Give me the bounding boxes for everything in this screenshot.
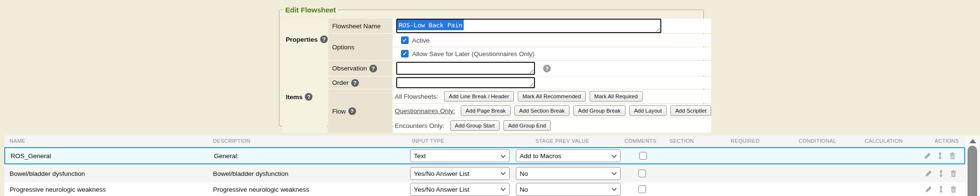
- flowsheet-name-value: ROS-Low Back Pain: [397, 20, 464, 30]
- input-type-select[interactable]: Yes/No Answer List: [410, 183, 510, 196]
- options-label: Options: [328, 34, 392, 60]
- active-checkbox-label: Active: [412, 37, 430, 44]
- column-header-calculation: CALCULATION: [865, 138, 903, 144]
- page: Edit Flowsheet Properties ? Items ? Flow…: [0, 0, 980, 196]
- chevron-down-icon: [612, 154, 617, 158]
- edit-pencil-icon[interactable]: [924, 169, 933, 177]
- chevron-down-icon: [501, 172, 506, 175]
- mark-all-recommended-button[interactable]: Mark All Recommended: [518, 91, 586, 102]
- scroll-up-arrow-icon[interactable]: [969, 139, 976, 143]
- comments-checkbox[interactable]: [638, 170, 646, 177]
- table-row[interactable]: ROS_General General: Text Add to Macros: [4, 147, 965, 164]
- table-header-row: NAME DESCRIPTION INPUT TYPE STAGE PREV V…: [4, 136, 965, 147]
- item-name: ROS_General: [11, 152, 51, 160]
- add-scriptlet-button[interactable]: Add Scriptlet: [670, 105, 711, 116]
- edit-pencil-icon[interactable]: [924, 152, 932, 160]
- flowsheet-name-label: Flowsheet Name: [328, 19, 392, 33]
- column-header-section: SECTION: [669, 138, 694, 144]
- scrollbar-thumb[interactable]: [968, 146, 977, 196]
- help-icon[interactable]: ?: [320, 35, 328, 43]
- flowsheet-name-row: ROS-Low Back Pain: [393, 19, 711, 33]
- item-description: Bowel/bladder dysfunction: [213, 170, 289, 177]
- chevron-down-icon: [501, 154, 506, 158]
- order-input[interactable]: [396, 77, 535, 88]
- add-group-end-button[interactable]: Add Group End: [503, 120, 551, 131]
- order-row: [393, 77, 711, 89]
- flow-label: Flow ?: [328, 90, 392, 133]
- items-group-label: Items ?: [282, 61, 327, 133]
- all-flowsheets-label: All Flowsheets:: [395, 93, 438, 100]
- input-type-select[interactable]: Text: [410, 150, 510, 162]
- chevron-down-icon: [612, 188, 617, 191]
- mark-all-required-button[interactable]: Mark All Required: [590, 91, 643, 102]
- delete-trash-icon[interactable]: [948, 152, 957, 160]
- allow-save-later-checkbox-label: Allow Save for Later (Questionnaires Onl…: [412, 50, 535, 58]
- add-line-break-header-button[interactable]: Add Line Break / Header: [444, 91, 514, 102]
- reorder-updown-icon[interactable]: [936, 152, 944, 160]
- vertical-scrollbar[interactable]: [965, 136, 980, 196]
- allow-save-later-checkbox[interactable]: ✓: [401, 50, 409, 58]
- add-section-break-button[interactable]: Add Section Break: [514, 105, 569, 116]
- help-icon[interactable]: ?: [543, 65, 551, 72]
- properties-group-label: Properties ?: [282, 19, 327, 60]
- observation-row: ?: [393, 61, 711, 76]
- panel-title: Edit Flowsheet: [283, 6, 338, 14]
- input-type-select[interactable]: Yes/No Answer List: [410, 167, 510, 180]
- help-icon[interactable]: ?: [305, 93, 312, 101]
- table-row[interactable]: Bowel/bladder dysfunction Bowel/bladder …: [4, 164, 965, 182]
- option-save-later-row: ✓ Allow Save for Later (Questionnaires O…: [393, 47, 711, 60]
- stage-prev-value-select[interactable]: No: [516, 183, 621, 196]
- resize-handle-icon[interactable]: [529, 82, 534, 87]
- column-header-input-type: INPUT TYPE: [412, 138, 444, 144]
- add-page-break-button[interactable]: Add Page Break: [461, 105, 511, 116]
- comments-checkbox[interactable]: [639, 152, 647, 160]
- edit-flowsheet-form: Properties ? Items ? Flowsheet Name Opti…: [282, 19, 701, 133]
- option-active-row: ✓ Active: [393, 34, 711, 46]
- flowsheet-name-input[interactable]: ROS-Low Back Pain: [396, 19, 661, 33]
- column-header-conditional: CONDITIONAL: [799, 138, 836, 144]
- reorder-updown-icon[interactable]: [937, 169, 945, 177]
- column-header-actions: ACTIONS: [935, 138, 959, 144]
- encounters-only-label: Encounters Only:: [395, 122, 445, 129]
- column-header-name: NAME: [10, 138, 25, 144]
- active-checkbox[interactable]: ✓: [401, 36, 409, 44]
- resize-handle-icon[interactable]: [656, 27, 660, 32]
- edit-pencil-icon[interactable]: [924, 185, 933, 193]
- comments-checkbox[interactable]: [638, 185, 646, 193]
- item-name: Bowel/bladder dysfunction: [10, 170, 85, 177]
- help-icon[interactable]: ?: [351, 79, 359, 87]
- edit-flowsheet-panel: Edit Flowsheet Properties ? Items ? Flow…: [279, 6, 704, 127]
- row-actions: [924, 169, 958, 177]
- stage-prev-value-select[interactable]: Add to Macros: [516, 150, 621, 162]
- stage-prev-value-select[interactable]: No: [516, 167, 621, 180]
- flow-questionnaires-row: Questionnaires Only: Add Page Break Add …: [393, 104, 711, 117]
- flow-all-flowsheets-row: All Flowsheets: Add Line Break / Header …: [393, 90, 711, 103]
- questionnaires-only-label: Questionnaires Only:: [395, 107, 455, 115]
- observation-input[interactable]: [396, 62, 535, 75]
- chevron-down-icon: [612, 172, 617, 175]
- column-header-description: DESCRIPTION: [213, 138, 250, 144]
- item-description: Progressive neurologic weakness: [213, 185, 309, 193]
- delete-trash-icon[interactable]: [949, 185, 958, 193]
- add-layout-button[interactable]: Add Layout: [629, 105, 667, 116]
- add-group-break-button[interactable]: Add Group Break: [573, 105, 625, 116]
- order-label: Order ?: [328, 77, 392, 89]
- delete-trash-icon[interactable]: [949, 169, 958, 177]
- add-group-start-button[interactable]: Add Group Start: [450, 120, 500, 131]
- row-actions: [924, 185, 958, 193]
- chevron-down-icon: [501, 188, 506, 191]
- reorder-updown-icon[interactable]: [937, 185, 945, 193]
- observation-label: Observation ?: [328, 61, 392, 76]
- column-header-comments: COMMENTS: [624, 138, 657, 144]
- column-header-required: REQUIRED: [731, 138, 759, 144]
- resize-handle-icon[interactable]: [529, 69, 534, 73]
- column-header-stage-prev-value: STAGE PREV VALUE: [535, 138, 590, 144]
- help-icon[interactable]: ?: [348, 107, 356, 115]
- items-table: NAME DESCRIPTION INPUT TYPE STAGE PREV V…: [4, 136, 965, 196]
- flow-encounters-row: Encounters Only: Add Group Start Add Gro…: [393, 118, 711, 133]
- help-icon[interactable]: ?: [369, 65, 377, 72]
- table-row[interactable]: Progressive neurologic weakness Progress…: [4, 182, 965, 196]
- item-name: Progressive neurologic weakness: [10, 185, 106, 193]
- row-actions: [924, 152, 957, 160]
- item-description: General:: [214, 152, 239, 160]
